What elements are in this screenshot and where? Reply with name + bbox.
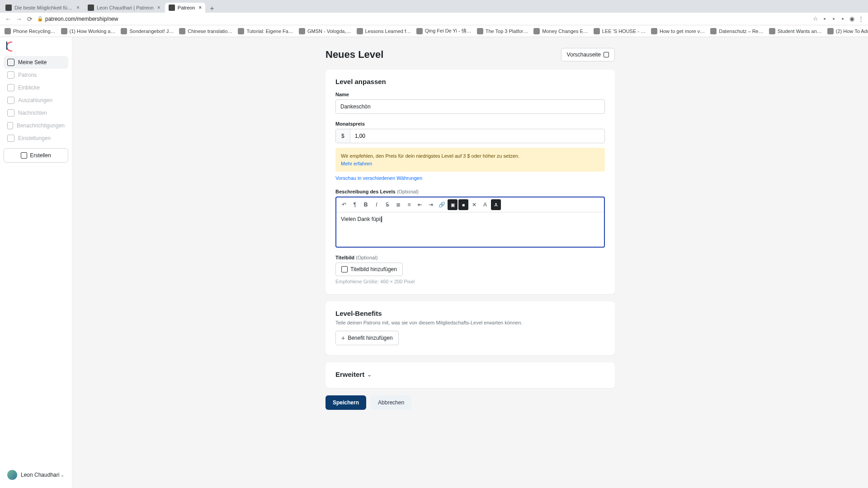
bookmark-icon (416, 28, 423, 34)
bookmark[interactable]: (1) How Working a… (59, 27, 118, 35)
currency-preview-link[interactable]: Vorschau in verschiedenen Währungen (335, 175, 422, 181)
video-button[interactable]: ■ (458, 199, 468, 210)
name-label: Name (335, 92, 605, 97)
advanced-toggle[interactable]: Erweitert⌄ (335, 371, 605, 378)
outdent-button[interactable]: ⇤ (415, 199, 425, 210)
learn-more-link[interactable]: Mehr erfahren (341, 161, 372, 166)
profile-menu[interactable]: Leon Chaudhari⌄ (4, 466, 68, 483)
address-bar: ← → ⟳ 🔒 patreon.com/membership/new ☆ ▪ ▪… (0, 13, 868, 25)
bookmark[interactable]: Money Changes E… (532, 27, 590, 35)
facebook-icon[interactable]: ▪ (820, 15, 829, 22)
card-heading: Level-Benefits (335, 310, 605, 317)
sidebar-item[interactable]: Benachrichtigungen (4, 119, 68, 132)
image-button[interactable]: ▣ (448, 199, 458, 210)
menu-icon[interactable]: ⋮ (856, 15, 865, 22)
ol-button[interactable]: ≡ (404, 199, 414, 210)
description-textarea[interactable]: Vielen Dank füpi| (336, 212, 604, 247)
bookmark[interactable]: Sonderangebot! J… (119, 27, 175, 35)
bookmark[interactable]: Qing Fei De Yi - 情… (415, 27, 473, 35)
reload-button[interactable]: ⟳ (24, 15, 35, 23)
browser-tab[interactable]: Die beste Möglichkeit für Kün…× (2, 3, 83, 13)
close-icon[interactable]: × (198, 5, 202, 11)
card-heading: Level anpassen (335, 78, 605, 85)
clear-button[interactable]: ✕ (469, 199, 479, 210)
currency-symbol: $ (336, 129, 350, 143)
bookmark[interactable]: How to get more v… (649, 27, 707, 35)
price-label: Monatspreis (335, 121, 605, 127)
extension-icon[interactable]: ▪ (829, 15, 838, 22)
benefits-card: Level-Benefits Teile deinen Patrons mit,… (326, 301, 615, 355)
sidebar-item[interactable]: Meine Seite (4, 56, 68, 69)
bg-button[interactable]: A (491, 199, 501, 210)
bold-button[interactable]: B (361, 199, 371, 210)
color-button[interactable]: A (480, 199, 490, 210)
bookmark[interactable]: Phone Recycling… (3, 27, 57, 35)
forward-button[interactable]: → (14, 15, 24, 23)
nav-icon (7, 59, 14, 66)
sidebar-item[interactable]: Einblicke (4, 81, 68, 94)
benefits-subtext: Teile deinen Patrons mit, was sie von di… (335, 320, 605, 325)
url-field[interactable]: patreon.com/membership/new (45, 16, 811, 22)
bookmark-icon (769, 28, 775, 34)
favicon-icon (5, 5, 12, 11)
nav-icon (7, 97, 14, 104)
nav-icon (7, 122, 13, 129)
bookmark[interactable]: Tutorial: Eigene Fa… (236, 27, 295, 35)
edit-icon (21, 152, 27, 159)
strike-button[interactable]: S̶ (382, 199, 392, 210)
add-benefit-button[interactable]: +Benefit hinzufügen (335, 331, 399, 345)
name-input[interactable] (335, 99, 605, 114)
bookmark[interactable]: Chinese translatio… (177, 27, 234, 35)
paragraph-button[interactable]: ¶ (350, 199, 360, 210)
new-tab-button[interactable]: + (206, 5, 217, 13)
nav-icon (7, 84, 14, 91)
bookmarks-bar: Phone Recycling…(1) How Working a…Sonder… (0, 25, 868, 37)
external-link-icon (604, 52, 609, 57)
bookmark-icon (5, 28, 11, 34)
indent-button[interactable]: ⇥ (426, 199, 436, 210)
extension-icon[interactable]: ▪ (838, 15, 847, 22)
bookmark[interactable]: (2) How To Add A… (826, 27, 868, 35)
sidebar-item[interactable]: Einstellungen (4, 132, 68, 145)
description-editor: ↶ ¶ B I S̶ ≣ ≡ ⇤ ⇥ 🔗 ▣ ■ ✕ (335, 197, 605, 248)
avatar (7, 470, 17, 480)
price-input[interactable] (350, 129, 604, 143)
close-icon[interactable]: × (157, 5, 160, 11)
star-icon[interactable]: ☆ (811, 15, 820, 22)
browser-tab[interactable]: Leon Chaudhari | Patreon× (84, 3, 164, 13)
undo-button[interactable]: ↶ (339, 199, 349, 210)
link-button[interactable]: 🔗 (437, 199, 447, 210)
bookmark[interactable]: Lessons Learned f… (355, 27, 413, 35)
create-button[interactable]: Erstellen (4, 148, 68, 163)
editor-toolbar: ↶ ¶ B I S̶ ≣ ≡ ⇤ ⇥ 🔗 ▣ ■ ✕ (336, 197, 604, 212)
browser-tab-active[interactable]: Patreon× (165, 3, 206, 13)
ul-button[interactable]: ≣ (393, 199, 403, 210)
plus-icon: + (341, 334, 345, 342)
sidebar: Meine SeitePatronsEinblickeAuszahlungenN… (0, 37, 72, 488)
italic-button[interactable]: I (372, 199, 382, 210)
close-icon[interactable]: × (76, 5, 80, 11)
save-button[interactable]: Speichern (326, 395, 366, 410)
sidebar-item[interactable]: Auszahlungen (4, 94, 68, 107)
cancel-button[interactable]: Abbrechen (371, 395, 411, 410)
sidebar-item[interactable]: Patrons (4, 69, 68, 81)
main-content: Neues Level Vorschauseite Level anpassen… (72, 37, 868, 488)
profile-icon[interactable]: ◉ (847, 15, 856, 22)
nav-icon (7, 71, 14, 79)
preview-button[interactable]: Vorschauseite (561, 48, 615, 61)
sidebar-item[interactable]: Nachrichten (4, 107, 68, 119)
bookmark[interactable]: GMSN - Vologda,… (297, 27, 353, 35)
bookmark[interactable]: The Top 3 Platfor… (475, 27, 530, 35)
bookmark[interactable]: Datenschutz – Re… (708, 27, 765, 35)
bookmark-icon (61, 28, 67, 34)
bookmark-icon (121, 28, 127, 34)
bookmark-icon (651, 28, 657, 34)
bookmark[interactable]: Student Wants an… (767, 27, 824, 35)
back-button[interactable]: ← (3, 15, 14, 23)
favicon-icon (169, 5, 175, 11)
bookmark-icon (594, 28, 600, 34)
add-image-button[interactable]: Titelbild hinzufügen (335, 263, 403, 276)
bookmark[interactable]: LEE 'S HOUSE - … (592, 27, 647, 35)
bookmark-icon (827, 28, 834, 34)
patreon-logo[interactable] (6, 42, 15, 51)
